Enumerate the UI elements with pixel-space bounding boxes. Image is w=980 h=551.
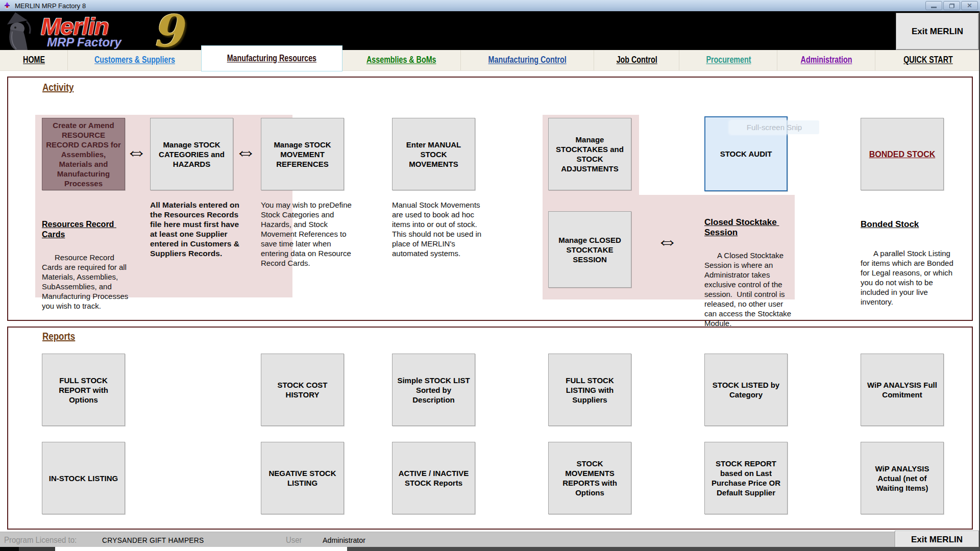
closed-stocktake-session-button[interactable]: Manage CLOSED STOCKTAKE SESSION <box>548 211 631 288</box>
double-arrow-icon: ⇔ <box>656 231 678 252</box>
taskbar-sliver <box>347 547 980 551</box>
full-stock-report-button[interactable]: FULL STOCK REPORT with Options <box>42 354 125 426</box>
tab-home[interactable]: HOME <box>0 50 67 70</box>
stock-cost-history-button[interactable]: STOCK COST HISTORY <box>261 354 344 426</box>
full-stock-listing-suppliers-button[interactable]: FULL STOCK LISTING with Suppliers <box>548 354 631 426</box>
stocktakes-adjustments-button[interactable]: Manage STOCKTAKES and STOCK ADJUSTMENTS <box>548 118 631 190</box>
stock-categories-button[interactable]: Manage STOCK CATEGORIES and HAZARDS <box>150 118 233 190</box>
exit-merlin-button-top[interactable]: Exit MERLIN <box>896 13 979 50</box>
resource-record-cards-button[interactable]: Create or Amend RESOURCE RECORD CARDS fo… <box>42 118 125 190</box>
tab-job-control[interactable]: Job Control <box>594 50 679 70</box>
bonded-stock-button[interactable]: BONDED STOCK <box>861 118 944 190</box>
negative-stock-listing-button[interactable]: NEGATIVE STOCK LISTING <box>261 442 344 514</box>
closed-session-heading: Closed Stocktake Session <box>704 217 795 238</box>
user-label: User <box>286 535 302 545</box>
wip-analysis-full-commitment-button[interactable]: WiP ANALYSIS Full Comitment <box>861 354 944 426</box>
manual-stock-movements-button[interactable]: Enter MANUAL STOCK MOVEMENTS <box>392 118 475 190</box>
double-arrow-icon: ⇔ <box>126 141 147 163</box>
manual-movements-note: Manual Stock Movements are used to book … <box>392 200 483 258</box>
stock-listed-by-category-button[interactable]: STOCK LISTED by Category <box>704 354 788 426</box>
restore-icon <box>949 4 954 8</box>
simple-stock-list-button[interactable]: Simple STOCK LIST Sorted by Description <box>392 354 475 426</box>
tab-assemblies-boms[interactable]: Assemblies & BoMs <box>341 50 461 70</box>
minimize-icon <box>931 7 937 8</box>
stock-movements-reports-button[interactable]: STOCK MOVEMENTS REPORTS with Options <box>548 442 631 514</box>
tab-manufacturing-control[interactable]: Manufacturing Control <box>460 50 594 70</box>
predefine-note: You may wish to preDefine Stock Categori… <box>261 200 352 268</box>
wizard-app-icon <box>4 2 11 9</box>
tab-procurement[interactable]: Procurement <box>679 50 777 70</box>
tab-manufacturing-resources[interactable]: Manufacturing Resources <box>201 45 342 71</box>
tab-customers-suppliers[interactable]: Customers & Suppliers <box>67 50 202 70</box>
license-value: CRYSANDER GIFT HAMPERS <box>102 536 204 544</box>
bonded-stock-heading: Bonded Stock <box>861 219 953 230</box>
double-arrow-icon: ⇔ <box>235 141 256 163</box>
closed-session-note: Closed Stocktake Session A Closed Stockt… <box>704 198 795 338</box>
title-bar: MERLIN MRP Factory 8 ✕ <box>0 0 980 12</box>
reports-heading: Reports <box>42 331 75 342</box>
stock-movement-references-button[interactable]: Manage STOCK MOVEMENT REFERENCES <box>261 118 344 190</box>
reports-section: Reports FULL STOCK REPORT with Options S… <box>7 327 973 530</box>
bonded-stock-button-label: BONDED STOCK <box>869 149 936 159</box>
logo-subtitle-text: MRP Factory <box>47 35 121 49</box>
wip-analysis-actual-button[interactable]: WiP ANALYSIS Actual (net of Waiting Item… <box>861 442 944 514</box>
user-value: Administrator <box>323 536 365 544</box>
exit-merlin-button-bottom[interactable]: Exit MERLIN <box>895 531 979 549</box>
close-button[interactable]: ✕ <box>961 1 978 10</box>
wizard-image <box>0 11 47 50</box>
resources-note-heading: Resources Record Cards <box>42 219 133 240</box>
main-nav: HOME Customers & Suppliers Manufacturing… <box>0 50 980 71</box>
bonded-stock-body: A parallel Stock Listing for items which… <box>861 249 955 306</box>
bonded-stock-note: Bonded Stock A parallel Stock Listing fo… <box>861 200 953 316</box>
activity-heading: Activity <box>42 82 74 93</box>
stock-report-last-price-button[interactable]: STOCK REPORT based on Last Purchase Pric… <box>704 442 788 514</box>
merlin-app-window: MERLIN MRP Factory 8 ✕ Merlin MRP Factor… <box>0 0 980 551</box>
activity-section: Activity Create or Amend RESOURCE RECORD… <box>7 77 973 321</box>
logo-version-number: 9 <box>152 5 183 57</box>
close-icon: ✕ <box>967 3 972 9</box>
taskbar-sliver <box>55 547 347 551</box>
status-footer: Program Licensed to: CRYSANDER GIFT HAMP… <box>0 532 980 547</box>
restore-button[interactable] <box>943 1 960 10</box>
closed-session-body: A Closed Stocktake Session is where an A… <box>704 251 793 328</box>
license-label: Program Licensed to: <box>4 535 77 545</box>
fullscreen-snip-tooltip: Full-screen Snip <box>729 120 819 134</box>
materials-note: All Materials entered on the Resources R… <box>150 200 241 258</box>
resources-note: Resources Record Cards Resource Record C… <box>42 200 133 320</box>
window-title: MERLIN MRP Factory 8 <box>15 2 86 10</box>
taskbar-sliver <box>19 547 55 551</box>
header-band: Merlin MRP Factory 9 Exit MERLIN <box>0 11 980 50</box>
tab-administration[interactable]: Administration <box>777 50 875 70</box>
resources-note-body: Resource Record Cards are required for a… <box>42 253 130 310</box>
tab-quick-start[interactable]: QUICK START <box>875 50 980 70</box>
minimize-button[interactable] <box>925 1 942 10</box>
active-inactive-stock-reports-button[interactable]: ACTIVE / INACTIVE STOCK Reports <box>392 442 475 514</box>
in-stock-listing-button[interactable]: IN-STOCK LISTING <box>42 442 125 514</box>
taskbar-sliver <box>0 547 19 551</box>
merlin-logo: Merlin MRP Factory 9 <box>0 11 214 50</box>
